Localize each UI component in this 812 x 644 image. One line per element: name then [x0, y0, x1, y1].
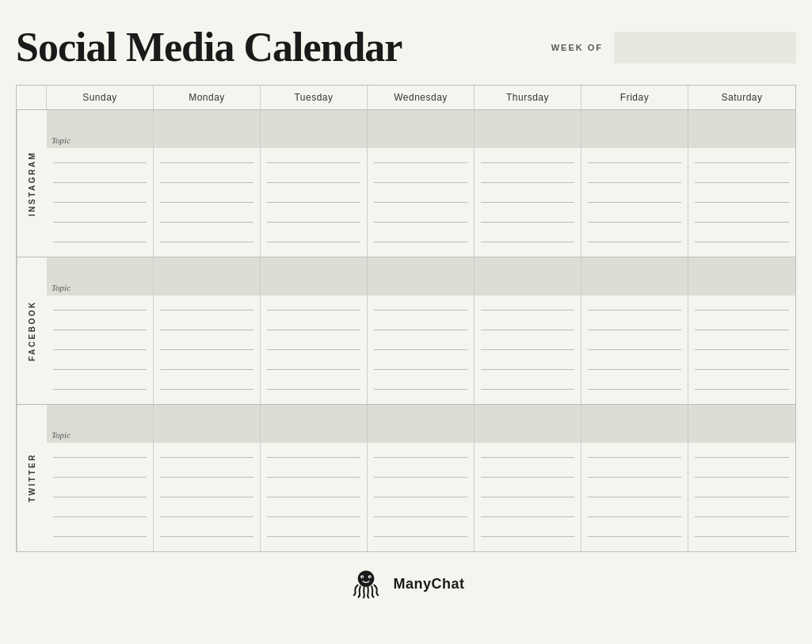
instagram-monday[interactable] — [154, 110, 261, 257]
twitter-wednesday-topic — [368, 405, 474, 443]
svg-point-3 — [362, 577, 364, 578]
twitter-sunday[interactable]: Topic — [47, 405, 154, 551]
header-sunday: Sunday — [47, 86, 154, 109]
twitter-tuesday[interactable] — [261, 405, 368, 551]
facebook-sunday-topic: Topic — [47, 257, 153, 295]
header-tuesday: Tuesday — [261, 86, 368, 109]
footer: ManyChat — [347, 565, 464, 603]
facebook-thursday[interactable] — [475, 257, 581, 404]
header-saturday: Saturday — [688, 86, 795, 109]
instagram-thursday-topic — [475, 110, 581, 148]
svg-point-4 — [370, 577, 372, 578]
instagram-saturday-topic — [688, 110, 795, 148]
instagram-sunday[interactable]: Topic — [47, 110, 154, 257]
twitter-wednesday[interactable] — [368, 405, 475, 551]
header-wednesday: Wednesday — [368, 86, 475, 109]
brand-name: ManyChat — [393, 576, 464, 593]
twitter-section: TWITTER Topic — [17, 405, 795, 551]
twitter-saturday[interactable] — [688, 405, 795, 551]
facebook-thursday-topic — [475, 257, 581, 295]
week-of-label: WEEK OF — [551, 43, 603, 52]
facebook-monday[interactable] — [154, 257, 261, 404]
header-thursday: Thursday — [475, 86, 581, 109]
week-of-container: WEEK OF — [551, 32, 796, 63]
instagram-sunday-topic: Topic — [47, 110, 153, 148]
instagram-tuesday-topic — [261, 110, 367, 148]
facebook-monday-topic — [154, 257, 260, 295]
week-of-input[interactable] — [614, 32, 796, 63]
twitter-monday[interactable] — [154, 405, 261, 551]
twitter-tuesday-topic — [261, 405, 367, 443]
facebook-friday[interactable] — [581, 257, 688, 404]
calendar: Sunday Monday Tuesday Wednesday Thursday… — [16, 85, 796, 552]
instagram-wednesday-topic — [368, 110, 474, 148]
twitter-friday[interactable] — [581, 405, 688, 551]
header-friday: Friday — [581, 86, 688, 109]
facebook-tuesday[interactable] — [261, 257, 368, 404]
day-headers-row: Sunday Monday Tuesday Wednesday Thursday… — [17, 86, 795, 110]
facebook-wednesday[interactable] — [368, 257, 475, 404]
twitter-thursday[interactable] — [475, 405, 581, 551]
instagram-thursday[interactable] — [475, 110, 581, 257]
twitter-friday-topic — [581, 405, 688, 443]
header-spacer — [17, 86, 47, 109]
facebook-sunday[interactable]: Topic — [47, 257, 154, 404]
instagram-saturday[interactable] — [688, 110, 795, 257]
facebook-saturday[interactable] — [688, 257, 795, 404]
instagram-friday-topic — [581, 110, 688, 148]
header-monday: Monday — [154, 86, 261, 109]
facebook-friday-topic — [581, 257, 688, 295]
page-title: Social Media Calendar — [16, 24, 402, 70]
instagram-friday[interactable] — [581, 110, 688, 257]
facebook-wednesday-topic — [368, 257, 474, 295]
facebook-tuesday-topic — [261, 257, 367, 295]
twitter-sunday-topic: Topic — [47, 405, 153, 443]
twitter-saturday-topic — [688, 405, 795, 443]
facebook-section: FACEBOOK Topic — [17, 257, 795, 405]
instagram-tuesday[interactable] — [261, 110, 368, 257]
twitter-monday-topic — [154, 405, 260, 443]
twitter-thursday-topic — [475, 405, 581, 443]
instagram-monday-topic — [154, 110, 260, 148]
twitter-label: TWITTER — [17, 405, 47, 551]
instagram-wednesday[interactable] — [368, 110, 475, 257]
manychat-logo-icon — [347, 565, 385, 603]
svg-point-0 — [358, 570, 375, 587]
page-header: Social Media Calendar WEEK OF — [16, 24, 796, 70]
facebook-label: FACEBOOK — [17, 257, 47, 404]
instagram-section: INSTAGRAM Topic — [17, 110, 795, 257]
facebook-saturday-topic — [688, 257, 795, 295]
instagram-label: INSTAGRAM — [17, 110, 47, 257]
